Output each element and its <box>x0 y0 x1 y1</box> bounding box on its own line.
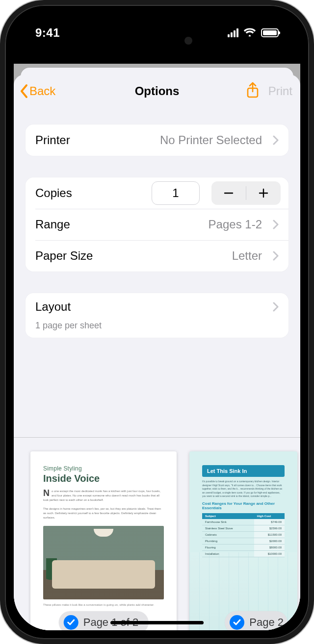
page-thumbnail-2[interactable]: Let This Sink In It's possible to break … <box>189 451 297 630</box>
printer-label: Printer <box>35 133 70 147</box>
thumb2-table: Subject High Cost Farmhouse Sink$749.00 … <box>202 513 285 557</box>
copies-stepper <box>211 181 281 205</box>
share-icon <box>246 82 260 99</box>
layout-group: Layout 1 page per sheet <box>26 293 288 338</box>
paper-size-value: Letter <box>232 249 262 263</box>
chevron-left-icon <box>20 84 28 99</box>
copies-label: Copies <box>35 186 72 200</box>
copies-row: Copies 1 <box>26 177 288 209</box>
device-frame: 9:41 Back Options <box>0 0 314 644</box>
chevron-right-icon <box>273 220 279 229</box>
checkmark-icon <box>230 615 244 630</box>
layout-label: Layout <box>35 300 71 314</box>
minus-icon <box>223 188 234 198</box>
checkmark-icon <box>64 615 78 630</box>
page-badge-2[interactable]: Page 2 <box>225 611 288 630</box>
thumb-image <box>43 526 164 599</box>
print-settings-group: Copies 1 <box>26 177 288 272</box>
layout-sub: 1 page per sheet <box>35 321 279 331</box>
thumb-caption: These pillows make it look like a conver… <box>43 603 164 606</box>
wifi-icon <box>243 28 256 38</box>
copies-increment-button[interactable] <box>246 181 281 205</box>
range-row[interactable]: Range Pages 1-2 <box>26 209 288 240</box>
share-button[interactable] <box>243 79 262 103</box>
printer-value: No Printer Selected <box>160 133 262 147</box>
chevron-right-icon <box>273 251 279 261</box>
battery-icon <box>261 28 279 37</box>
back-label: Back <box>29 84 55 98</box>
printer-group: Printer No Printer Selected <box>26 124 288 156</box>
screen: 9:41 Back Options <box>14 14 300 630</box>
range-label: Range <box>35 218 70 231</box>
thumb2-subhead: Cost Ranges for Your Range and Other Ess… <box>202 501 285 510</box>
paper-size-label: Paper Size <box>35 249 93 263</box>
plus-icon <box>258 188 269 198</box>
printer-row[interactable]: Printer No Printer Selected <box>26 124 288 156</box>
thumb2-headline: Let This Sink In <box>202 465 285 477</box>
thumb2-body: It's possible to break ground on a conte… <box>202 480 285 498</box>
print-options-sheet: Back Options Print <box>14 74 300 630</box>
layout-row[interactable]: Layout 1 page per sheet <box>26 293 288 338</box>
range-value: Pages 1-2 <box>209 218 262 231</box>
dynamic-island <box>113 28 201 53</box>
copies-field[interactable]: 1 <box>152 181 200 205</box>
status-time: 9:41 <box>35 26 60 40</box>
thumb-title: Inside Voice <box>43 473 164 484</box>
cellular-icon <box>228 28 238 37</box>
copies-decrement-button[interactable] <box>211 181 246 205</box>
nav-bar: Back Options Print <box>14 74 300 108</box>
paper-size-row[interactable]: Paper Size Letter <box>26 240 288 272</box>
chevron-right-icon <box>273 302 279 312</box>
thumb-body: No one except the most dedicated monk ha… <box>43 489 164 520</box>
page-thumbnail-1[interactable]: Simple Styling Inside Voice No one excep… <box>30 451 177 630</box>
home-indicator[interactable] <box>110 621 204 624</box>
back-button[interactable]: Back <box>17 81 58 101</box>
print-button[interactable]: Print <box>267 81 294 101</box>
page-badge-label: Page 2 <box>249 616 284 629</box>
page-preview-strip[interactable]: Simple Styling Inside Voice No one excep… <box>14 437 300 630</box>
thumb-eyebrow: Simple Styling <box>43 465 164 472</box>
chevron-right-icon <box>273 135 279 145</box>
